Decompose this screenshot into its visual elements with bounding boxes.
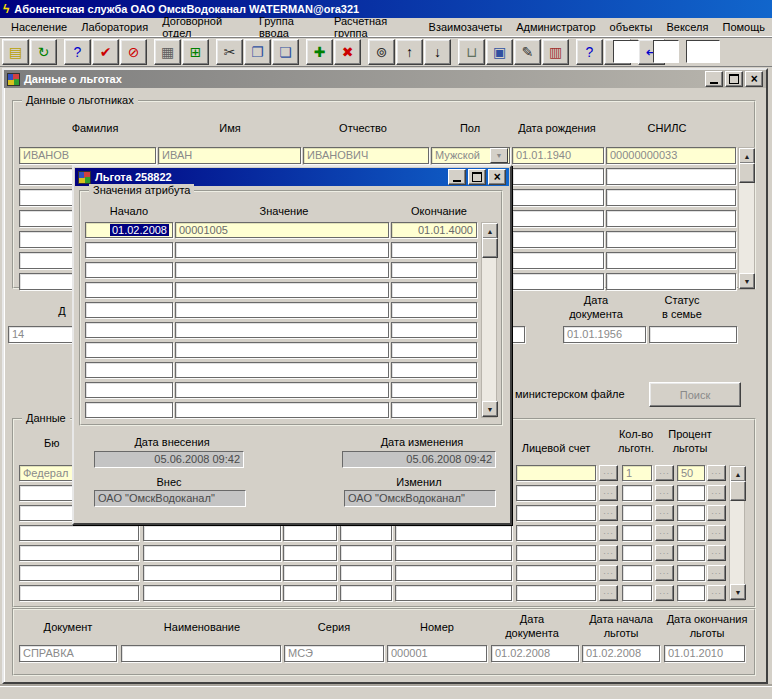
menu-item-pomosch[interactable]: Помощь — [716, 19, 772, 35]
print-button[interactable]: ▦ — [154, 39, 181, 65]
doc-name-field[interactable] — [121, 645, 281, 662]
menu-item-obekty[interactable]: объекты — [603, 19, 660, 35]
add-row-button[interactable]: ✚ — [306, 39, 333, 65]
family-status-field[interactable] — [649, 326, 737, 343]
gender-select[interactable]: Мужской — [431, 147, 510, 164]
refresh-icon: ↻ — [38, 45, 50, 59]
doc-date-header-2: документа — [482, 627, 582, 639]
value-field[interactable]: 00001005 — [175, 222, 389, 238]
scrollbar-thumb[interactable] — [739, 163, 755, 183]
doc-date-field[interactable]: 01.02.2008 — [491, 645, 579, 662]
copy-button[interactable]: ❐ — [244, 39, 271, 65]
count-field[interactable]: 1 — [622, 465, 652, 481]
benefit-end-field[interactable]: 01.01.2010 — [664, 645, 745, 662]
move-up-button[interactable]: ↑ — [396, 39, 423, 65]
doc-series-header: Серия — [284, 621, 384, 633]
table-row — [85, 342, 477, 358]
paste-button[interactable]: ❏ — [272, 39, 299, 65]
count-lookup-button[interactable]: ... — [655, 465, 674, 481]
mdi-title-bar: Данные о льготах × — [4, 70, 766, 88]
move-down-button[interactable]: ↓ — [424, 39, 451, 65]
menu-item-administrator[interactable]: Администратор — [509, 19, 602, 35]
dialog-minimize-button[interactable] — [448, 169, 466, 185]
account-field[interactable] — [516, 465, 596, 481]
gender-value: Мужской — [435, 148, 480, 163]
person-doc-date-field[interactable]: 01.01.1956 — [563, 326, 646, 343]
percent-lookup-button[interactable]: ... — [707, 465, 726, 481]
benefit-start-field[interactable]: 01.02.2008 — [582, 645, 660, 662]
save-button[interactable]: ▤ — [2, 39, 29, 65]
beneficiaries-scrollbar[interactable] — [738, 147, 755, 290]
refresh-button[interactable]: ↻ — [30, 39, 57, 65]
toolbar-input-2[interactable] — [653, 40, 679, 63]
scroll-up-icon[interactable] — [730, 466, 746, 482]
move-down-icon: ↓ — [434, 45, 441, 59]
help-button[interactable]: ? — [576, 39, 603, 65]
attribute-scrollbar[interactable] — [481, 222, 497, 418]
mdi-maximize-button[interactable] — [725, 71, 743, 87]
scroll-down-icon[interactable] — [482, 401, 498, 417]
query-button[interactable]: ? — [64, 39, 91, 65]
mdi-window-icon — [7, 73, 20, 86]
scrollbar-thumb[interactable] — [482, 238, 498, 258]
menu-item-laboratoriya[interactable]: Лаборатория — [74, 19, 155, 35]
scroll-down-icon[interactable] — [739, 273, 755, 289]
middle-name-field[interactable]: ИВАНОВИЧ — [303, 147, 429, 164]
export-excel-button[interactable]: ⊞ — [182, 39, 209, 65]
dialog-maximize-button[interactable] — [468, 169, 486, 185]
toolbar-input-1[interactable] — [613, 40, 639, 63]
edit-note-button[interactable]: ✎ — [514, 39, 541, 65]
person-left-label: Д — [52, 305, 72, 317]
clipboard-button[interactable]: ▣ — [486, 39, 513, 65]
scrollbar-thumb[interactable] — [730, 481, 746, 501]
scroll-up-icon[interactable] — [739, 148, 755, 164]
benefits-scrollbar[interactable] — [729, 465, 745, 601]
gender-dropdown-icon[interactable] — [490, 148, 508, 163]
percent-field[interactable]: 50 — [677, 465, 705, 481]
menu-item-naselenie[interactable]: Население — [4, 19, 74, 35]
end-field[interactable]: 01.01.4000 — [391, 222, 477, 238]
benefit-end-header-1: Дата окончания — [657, 613, 757, 625]
find-button[interactable]: ⊚ — [368, 39, 395, 65]
block-button[interactable]: ⊘ — [120, 39, 147, 65]
move-up-icon: ↑ — [406, 45, 413, 59]
percent-column-header-2: льготы — [660, 442, 720, 454]
toolbar-input-3[interactable] — [686, 40, 720, 63]
scroll-up-icon[interactable] — [482, 223, 498, 239]
table-row: ... ... ... — [19, 585, 726, 601]
doc-number-field[interactable]: 000001 — [387, 645, 487, 662]
doc-date-header-1: Дата — [482, 613, 582, 625]
trash-button[interactable]: ⊔ — [458, 39, 485, 65]
last-name-field[interactable]: ИВАНОВ — [19, 147, 156, 164]
last-name-header: Фамилия — [45, 122, 145, 134]
dialog-close-button[interactable]: × — [488, 169, 506, 185]
menu-item-vekselya[interactable]: Векселя — [659, 19, 715, 35]
doc-type-field[interactable]: СПРАВКА — [19, 645, 117, 662]
reference-book-button[interactable]: ▥ — [542, 39, 569, 65]
start-field[interactable]: 01.02.2008 — [85, 222, 173, 238]
mdi-minimize-button[interactable] — [705, 71, 723, 87]
account-lookup-button[interactable]: ... — [599, 465, 618, 481]
first-name-field[interactable]: ИВАН — [158, 147, 301, 164]
table-row: ... ... ... — [19, 565, 726, 581]
table-row — [85, 302, 477, 318]
scroll-down-icon[interactable] — [730, 584, 746, 600]
menu-item-vzaimozachety[interactable]: Взаимозачеты — [422, 19, 510, 35]
family-status-label-1: Статус — [632, 294, 732, 306]
mdi-close-button[interactable]: × — [745, 71, 763, 87]
save-icon: ▤ — [9, 45, 22, 59]
beneficiaries-group-title: Данные о льготниках — [22, 94, 138, 106]
reference-book-icon: ▥ — [549, 45, 562, 59]
doc-series-field[interactable]: МСЭ — [284, 645, 384, 662]
snils-field[interactable]: 00000000033 — [606, 147, 736, 164]
created-date-label: Дата внесения — [117, 436, 227, 448]
search-button[interactable]: Поиск — [649, 382, 741, 407]
birth-date-header: Дата рождения — [507, 122, 607, 134]
start-column-header: Начало — [89, 205, 169, 217]
confirm-button[interactable]: ✔ — [92, 39, 119, 65]
account-column-header: Лицевой счет — [506, 442, 606, 454]
delete-row-button[interactable]: ✖ — [334, 39, 361, 65]
cut-button[interactable]: ✂ — [216, 39, 243, 65]
middle-name-header: Отчество — [313, 122, 413, 134]
birth-date-field[interactable]: 01.01.1940 — [512, 147, 604, 164]
